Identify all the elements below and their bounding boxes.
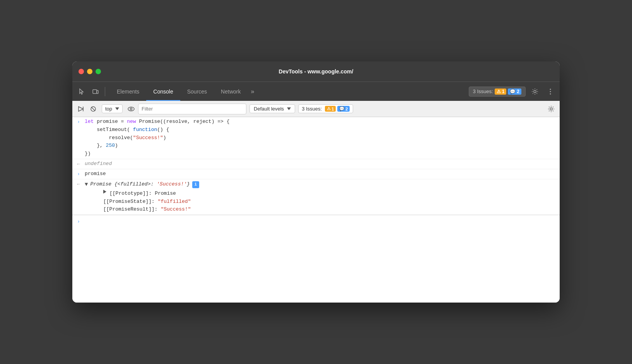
traffic-lights bbox=[79, 69, 101, 74]
tabbar-right: 3 Issues: ⚠ 1 💬 2 bbox=[469, 85, 557, 98]
console-entry-promise-obj: ← ▼ Promise {<fulfilled>: 'Success!'} i … bbox=[72, 179, 560, 215]
prototype-key: [[Prototype]]: bbox=[109, 190, 152, 198]
more-tabs-button[interactable]: » bbox=[248, 82, 257, 101]
promise-label: promise bbox=[85, 171, 106, 177]
keyword-function: function bbox=[133, 126, 157, 134]
result-val: "Success!" bbox=[161, 206, 191, 214]
console-entry-promise-label: › promise bbox=[72, 169, 560, 179]
console-toolbar: top Default levels 3 Issues: ⚠ 1 💬 2 bbox=[72, 101, 560, 117]
keyword-new: new bbox=[127, 118, 136, 126]
block-icon[interactable] bbox=[88, 104, 99, 114]
state-entry: [[PromiseState]]: "fulfilled" bbox=[85, 198, 557, 206]
string-success: "Success!" bbox=[133, 134, 163, 142]
svg-line-9 bbox=[91, 107, 95, 111]
chat-icon-small: 💬 bbox=[339, 106, 345, 111]
main-tabs: Elements Console Sources Network » bbox=[110, 82, 469, 101]
issues-count-text: 3 Issues: bbox=[473, 88, 493, 94]
more-options-icon[interactable] bbox=[544, 85, 557, 98]
collapse-arrow-icon[interactable]: ▼ bbox=[85, 180, 88, 189]
svg-point-10 bbox=[128, 107, 134, 111]
default-levels-dropdown[interactable]: Default levels bbox=[249, 104, 295, 113]
code-line-5: }) bbox=[85, 150, 557, 158]
tab-network[interactable]: Network bbox=[214, 82, 248, 101]
expand-prototype-icon[interactable] bbox=[103, 190, 106, 194]
warn-icon-small: ⚠ bbox=[327, 106, 331, 111]
svg-point-5 bbox=[550, 93, 551, 94]
keyword-let: let bbox=[85, 118, 94, 126]
state-key: [[PromiseState]]: bbox=[103, 198, 155, 206]
minimize-button[interactable] bbox=[87, 69, 92, 74]
settings-icon[interactable] bbox=[529, 85, 541, 98]
svg-point-3 bbox=[550, 88, 551, 90]
execute-icon[interactable] bbox=[75, 104, 86, 114]
info-badge-icon[interactable]: i bbox=[192, 181, 199, 188]
toolbar-warn-badge: ⚠ 1 bbox=[325, 106, 336, 112]
svg-point-2 bbox=[534, 90, 536, 93]
code-block-content: let promise = new Promise((resolve, reje… bbox=[85, 118, 557, 158]
code-line-4: }, 250 ) bbox=[85, 142, 557, 150]
issues-badge[interactable]: 3 Issues: ⚠ 1 💬 2 bbox=[469, 87, 526, 97]
info-icon: 💬 bbox=[510, 89, 516, 94]
warn-icon: ⚠ bbox=[497, 89, 501, 94]
svg-point-11 bbox=[130, 108, 132, 110]
code-line-1: let promise = new Promise((resolve, reje… bbox=[85, 118, 557, 126]
toolbar-info-badge: 💬 2 bbox=[337, 106, 350, 112]
eye-icon[interactable] bbox=[126, 104, 137, 114]
close-button[interactable] bbox=[79, 69, 84, 74]
promise-value: 'Success!' bbox=[157, 181, 187, 187]
context-selector[interactable]: top bbox=[102, 104, 123, 113]
result-entry: [[PromiseResult]]: "Success!" bbox=[85, 206, 557, 214]
console-entry-undefined: ← undefined bbox=[72, 159, 560, 169]
issues-info-badge: 💬 2 bbox=[508, 88, 521, 95]
svg-rect-0 bbox=[93, 90, 97, 94]
console-input-row: › bbox=[72, 215, 560, 228]
tabbar-left-icons bbox=[75, 85, 107, 98]
promise-fulfilled-line: ▼ Promise {<fulfilled>: 'Success!'} i bbox=[85, 180, 557, 189]
window-title: DevTools - www.google.com/ bbox=[279, 68, 354, 75]
tab-elements[interactable]: Elements bbox=[110, 82, 146, 101]
issues-warn-badge: ⚠ 1 bbox=[495, 88, 507, 95]
input-prompt-arrow: › bbox=[72, 218, 85, 226]
return-arrow: ← bbox=[72, 160, 85, 168]
inspect-icon[interactable] bbox=[75, 85, 88, 98]
prototype-entry: [[Prototype]]: Promise bbox=[85, 190, 557, 198]
console-settings-icon[interactable] bbox=[546, 104, 557, 114]
toolbar-issues-button[interactable]: 3 Issues: ⚠ 1 💬 2 bbox=[298, 104, 353, 113]
devtools-window: DevTools - www.google.com/ Elements bbox=[72, 61, 560, 303]
promise-object-text: Promise {<fulfilled>: 'Success!'} bbox=[90, 180, 190, 189]
entry-expand-arrow[interactable]: › bbox=[72, 118, 85, 126]
svg-marker-6 bbox=[79, 107, 83, 111]
console-entry-code: › let promise = new Promise((resolve, re… bbox=[72, 117, 560, 159]
console-output: › let promise = new Promise((resolve, re… bbox=[72, 117, 560, 303]
maximize-button[interactable] bbox=[96, 69, 101, 74]
result-key: [[PromiseResult]]: bbox=[103, 206, 157, 214]
prototype-val: Promise bbox=[155, 190, 176, 198]
svg-rect-1 bbox=[97, 90, 98, 94]
dropdown-arrow-icon bbox=[115, 107, 119, 110]
levels-dropdown-icon bbox=[287, 107, 291, 110]
filter-input[interactable] bbox=[138, 104, 246, 114]
state-val: "fulfilled" bbox=[158, 198, 191, 206]
tab-sources[interactable]: Sources bbox=[180, 82, 214, 101]
promise-return-arrow: ← bbox=[72, 180, 85, 188]
titlebar: DevTools - www.google.com/ bbox=[72, 61, 560, 82]
tab-divider bbox=[105, 87, 105, 96]
svg-point-12 bbox=[550, 108, 552, 110]
code-line-2: setTimeout( function () { bbox=[85, 126, 557, 134]
tab-console[interactable]: Console bbox=[146, 82, 180, 101]
number-250: 250 bbox=[106, 142, 115, 150]
code-line-3: resolve( "Success!" ) bbox=[85, 134, 557, 142]
device-toggle-icon[interactable] bbox=[89, 85, 102, 98]
entry-arrow-promise[interactable]: › bbox=[72, 170, 85, 178]
undefined-value: undefined bbox=[85, 161, 112, 167]
svg-point-4 bbox=[550, 91, 551, 92]
tabbar: Elements Console Sources Network » 3 Iss… bbox=[72, 82, 560, 101]
